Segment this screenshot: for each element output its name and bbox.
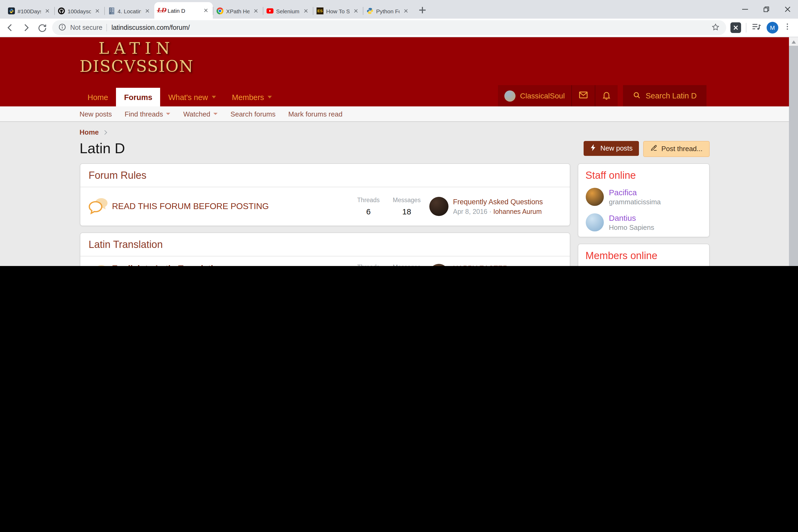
tab-close-icon[interactable] — [144, 7, 151, 14]
browser-tab[interactable]: XPath Helper - Ch — [213, 3, 263, 19]
chevron-right-icon — [102, 130, 107, 135]
security-label[interactable]: Not secure — [70, 24, 102, 32]
latest-thread-link[interactable]: Frequently Asked Questions — [453, 198, 562, 206]
browser-tab[interactable]: Selenium with Pyt — [263, 3, 313, 19]
staff-member-name[interactable]: Pacifica — [609, 188, 661, 197]
browser-tab[interactable]: ESHow To Select fro — [313, 3, 363, 19]
inbox-mail-icon[interactable] — [578, 90, 588, 101]
tab-title: Latin D — [168, 7, 200, 14]
window-controls — [734, 0, 798, 19]
browser-tab[interactable]: Python Forum - S — [363, 3, 413, 19]
close-window-button[interactable] — [777, 0, 798, 19]
chevron-down-icon — [166, 113, 171, 115]
es-icon: ES — [317, 7, 323, 14]
forum-title-link[interactable]: READ THIS FORUM BEFORE POSTING — [112, 202, 344, 211]
tab-close-icon[interactable] — [94, 7, 100, 14]
avatar[interactable] — [429, 264, 448, 266]
forum-node: READ THIS FORUM BEFORE POSTING — [112, 202, 349, 211]
forum-subnav: New postsFind threadsWatchedSearch forum… — [0, 107, 789, 122]
threads-label: Threads — [349, 264, 387, 266]
subnav-item-search-forums[interactable]: Search forums — [231, 110, 276, 118]
members-online-title: Members online — [578, 244, 709, 266]
user-menu[interactable]: ClassicalSoul — [498, 85, 618, 107]
latest-post: Frequently Asked QuestionsApr 8, 2016 · … — [429, 197, 562, 216]
tab-title: How To Select fro — [326, 8, 349, 14]
site-logo[interactable]: LATIN DISCVSSION — [79, 39, 194, 75]
username[interactable]: ClassicalSoul — [520, 92, 565, 100]
address-bar[interactable]: Not secure latindiscussion.com/forum/ — [52, 20, 726, 35]
subnav-item-new-posts[interactable]: New posts — [79, 110, 112, 118]
page-scrollbar[interactable] — [789, 37, 798, 266]
nav-item-forums[interactable]: Forums — [116, 88, 160, 107]
browser-profile-avatar[interactable]: M — [766, 22, 778, 34]
user-avatar[interactable] — [504, 90, 515, 101]
staff-member-info: DantiusHomo Sapiens — [609, 213, 654, 231]
avatar[interactable] — [586, 188, 604, 206]
tab-close-icon[interactable] — [402, 7, 409, 14]
threads-stat: Threads6 — [349, 197, 387, 216]
latest-thread-link[interactable]: HAPPY EASTER — [453, 264, 562, 266]
tab-title: XPath Helper - Ch — [226, 8, 249, 14]
bookmark-star-icon[interactable] — [711, 23, 720, 33]
new-tab-button[interactable] — [416, 4, 429, 17]
nav-item-members[interactable]: Members — [224, 88, 280, 107]
es-icon: ES — [317, 7, 323, 14]
category-title[interactable]: Forum Rules — [80, 164, 570, 187]
youtube-icon — [267, 7, 273, 14]
scrollbar-thumb[interactable] — [789, 46, 798, 266]
subnav-label: Mark forums read — [288, 110, 343, 118]
category-title[interactable]: Latin Translation — [80, 233, 570, 256]
staff-member-name[interactable]: Dantius — [609, 213, 654, 222]
browser-tab[interactable]: #100DaysOfCode — [4, 3, 54, 19]
nav-item-what-s-new[interactable]: What's new — [160, 88, 224, 107]
minimize-button[interactable] — [734, 0, 756, 19]
latin-d-favicon: LD — [158, 7, 165, 14]
nav-label: Home — [88, 93, 108, 101]
forward-icon[interactable] — [20, 22, 32, 34]
subnav-item-watched[interactable]: Watched — [183, 110, 218, 118]
reload-icon[interactable] — [36, 22, 48, 34]
page-title: Latin D — [79, 140, 125, 157]
divider — [107, 24, 107, 32]
tab-title: 4. Locating Eleme — [118, 8, 141, 14]
forum-title-link[interactable]: English to Latin Translation — [112, 264, 344, 266]
tab-title: Python Forum - S — [376, 8, 400, 14]
media-controls-icon[interactable] — [751, 21, 762, 34]
browser-menu-icon[interactable] — [783, 22, 792, 33]
avatar[interactable] — [429, 197, 448, 216]
tab-close-icon[interactable] — [252, 7, 259, 14]
avatar[interactable] — [586, 213, 604, 231]
browser-tabstrip: #100DaysOfCode100daysofcode-w4. Locating… — [0, 0, 798, 19]
main-nav: HomeForumsWhat's newMembers — [79, 88, 280, 107]
subnav-item-find-threads[interactable]: Find threads — [125, 110, 171, 118]
url-text[interactable]: latindiscussion.com/forum/ — [111, 24, 190, 32]
messages-label: Messages — [387, 197, 426, 203]
subnav-item-mark-forums-read[interactable]: Mark forums read — [288, 110, 343, 118]
latest-author-link[interactable]: Iohannes Aurum — [493, 208, 542, 215]
bolt-icon — [590, 144, 597, 153]
tab-close-icon[interactable] — [302, 7, 309, 14]
tab-close-icon[interactable] — [44, 7, 51, 14]
nav-item-home[interactable]: Home — [79, 88, 116, 107]
threads-count: 6 — [349, 207, 387, 216]
breadcrumb-home-link[interactable]: Home — [79, 128, 99, 136]
scroll-up-icon[interactable] — [791, 40, 796, 44]
browser-tab[interactable]: LDLatin D — [154, 2, 213, 19]
python-dark-icon — [8, 7, 15, 14]
browser-tab[interactable]: 100daysofcode-w — [54, 3, 104, 19]
staff-member-info: Pacificagrammaticissima — [609, 188, 661, 206]
back-icon[interactable] — [4, 22, 16, 34]
new-posts-button[interactable]: New posts — [584, 141, 639, 156]
site-search-button[interactable]: Search Latin D — [623, 85, 706, 107]
alerts-bell-icon[interactable] — [602, 90, 611, 101]
post-thread--button[interactable]: Post thread... — [643, 141, 709, 157]
forum-row: English to Latin TranslationSub-ForaThre… — [80, 256, 570, 266]
nav-label: Members — [232, 93, 264, 101]
xpath-extension-icon[interactable] — [730, 22, 741, 33]
subnav-label: Watched — [183, 110, 210, 118]
tab-close-icon[interactable] — [352, 7, 359, 14]
browser-tab[interactable]: 4. Locating Eleme — [104, 3, 154, 19]
restore-button[interactable] — [756, 0, 777, 19]
site-info-icon[interactable] — [58, 23, 66, 32]
tab-close-icon[interactable] — [202, 7, 209, 14]
